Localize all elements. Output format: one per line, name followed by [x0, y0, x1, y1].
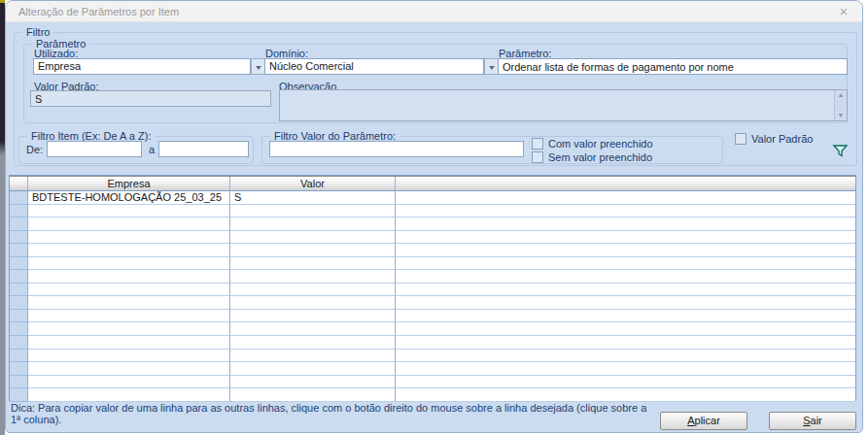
table-cell[interactable] [396, 296, 855, 310]
table-row[interactable] [10, 270, 855, 284]
table-cell[interactable] [396, 191, 855, 205]
filtro-item-a-input[interactable] [158, 141, 249, 157]
table-cell[interactable] [230, 270, 396, 284]
row-selector-cell[interactable] [10, 218, 28, 231]
table-cell[interactable] [396, 284, 855, 297]
table-cell[interactable] [396, 231, 855, 245]
table-cell[interactable] [396, 310, 855, 323]
row-selector-cell[interactable] [10, 376, 28, 389]
row-selector-cell[interactable] [10, 336, 28, 350]
table-cell[interactable] [230, 322, 396, 336]
observacao-textarea[interactable]: ▲ ▼ [279, 89, 848, 121]
table-row[interactable] [10, 322, 855, 336]
table-cell[interactable] [396, 336, 855, 350]
table-cell[interactable] [230, 218, 396, 231]
scroll-down-icon[interactable]: ▼ [838, 111, 845, 120]
table-cell[interactable] [396, 218, 855, 231]
table-cell[interactable] [396, 205, 855, 218]
row-selector-cell[interactable] [10, 322, 28, 336]
sem-valor-preenchido-checkbox[interactable] [532, 151, 543, 163]
dominio-dropdown-button[interactable] [484, 58, 499, 75]
filtro-valor-input[interactable] [269, 141, 524, 157]
row-selector-cell[interactable] [10, 388, 28, 402]
table-row[interactable] [10, 296, 855, 310]
table-cell[interactable]: BDTESTE-HOMOLOGAÇÃO 25_03_25 [28, 191, 230, 205]
row-selector-cell[interactable] [10, 244, 28, 257]
table-cell[interactable] [396, 257, 855, 271]
close-icon[interactable]: × [835, 3, 852, 20]
table-cell[interactable] [28, 388, 230, 402]
table-row[interactable] [10, 257, 855, 271]
row-selector-cell[interactable] [10, 231, 28, 245]
table-row[interactable] [10, 205, 855, 218]
row-selector-cell[interactable] [10, 284, 28, 297]
table-cell[interactable] [28, 244, 230, 257]
table-row[interactable] [10, 362, 855, 376]
table-cell[interactable] [396, 350, 855, 363]
table-row[interactable] [10, 244, 855, 257]
row-selector-cell[interactable] [10, 310, 28, 323]
utilizado-combo[interactable]: Empresa [33, 58, 265, 75]
row-selector-cell[interactable] [10, 350, 28, 363]
apply-button[interactable]: Aplicar [660, 412, 747, 430]
utilizado-dropdown-button[interactable] [251, 58, 265, 75]
table-cell[interactable] [28, 205, 230, 218]
table-cell[interactable] [230, 388, 396, 402]
dominio-value[interactable]: Núcleo Comercial [264, 58, 484, 75]
table-cell[interactable] [28, 231, 230, 245]
table-row[interactable] [10, 350, 855, 363]
utilizado-value[interactable]: Empresa [33, 58, 251, 75]
table-cell[interactable] [28, 336, 230, 350]
table-header-empresa[interactable]: Empresa [28, 177, 230, 190]
table-cell[interactable] [28, 310, 230, 323]
table-cell[interactable] [230, 244, 396, 257]
parameters-table[interactable]: Empresa Valor BDTESTE-HOMOLOGAÇÃO 25_03_… [9, 175, 856, 401]
table-cell[interactable] [230, 350, 396, 363]
table-cell[interactable] [230, 296, 396, 310]
table-cell[interactable] [396, 322, 855, 336]
com-valor-preenchido-checkbox[interactable] [532, 138, 543, 150]
table-row[interactable] [10, 376, 855, 389]
scroll-up-icon[interactable]: ▲ [838, 90, 845, 100]
table-cell[interactable] [230, 231, 396, 245]
row-selector-cell[interactable] [10, 205, 28, 218]
table-cell[interactable] [28, 284, 230, 297]
table-cell[interactable] [28, 362, 230, 376]
table-row[interactable] [10, 388, 855, 402]
table-cell[interactable] [230, 362, 396, 376]
table-cell[interactable] [230, 310, 396, 323]
valor-padrao-checkbox[interactable] [735, 133, 746, 145]
table-cell[interactable] [396, 244, 855, 257]
table-header-valor[interactable]: Valor [230, 177, 396, 190]
filter-funnel-icon[interactable] [832, 143, 849, 159]
dominio-combo[interactable]: Núcleo Comercial [264, 58, 499, 75]
table-row[interactable] [10, 218, 855, 231]
row-selector-cell[interactable] [10, 296, 28, 310]
table-row[interactable] [10, 310, 855, 323]
table-cell[interactable] [230, 205, 396, 218]
table-cell[interactable] [396, 270, 855, 284]
table-row[interactable]: BDTESTE-HOMOLOGAÇÃO 25_03_25S [10, 191, 855, 205]
table-cell[interactable] [28, 376, 230, 389]
table-cell[interactable] [230, 284, 396, 297]
table-cell[interactable] [230, 376, 396, 389]
table-cell[interactable] [230, 336, 396, 350]
row-selector-cell[interactable] [10, 362, 28, 376]
table-cell[interactable] [28, 218, 230, 231]
exit-button[interactable]: Sair [769, 412, 856, 430]
table-cell[interactable]: S [230, 191, 396, 205]
row-selector-cell[interactable] [10, 270, 28, 284]
parametro-input[interactable] [498, 58, 848, 75]
table-cell[interactable] [28, 296, 230, 310]
row-selector-cell[interactable] [10, 191, 28, 205]
filtro-item-de-input[interactable] [47, 141, 142, 157]
table-row[interactable] [10, 284, 855, 297]
table-cell[interactable] [28, 350, 230, 363]
table-row[interactable] [10, 231, 855, 245]
table-cell[interactable] [28, 257, 230, 271]
table-cell[interactable] [28, 270, 230, 284]
row-selector-cell[interactable] [10, 257, 28, 271]
table-cell[interactable] [396, 362, 855, 376]
table-row[interactable] [10, 336, 855, 350]
table-cell[interactable] [28, 322, 230, 336]
